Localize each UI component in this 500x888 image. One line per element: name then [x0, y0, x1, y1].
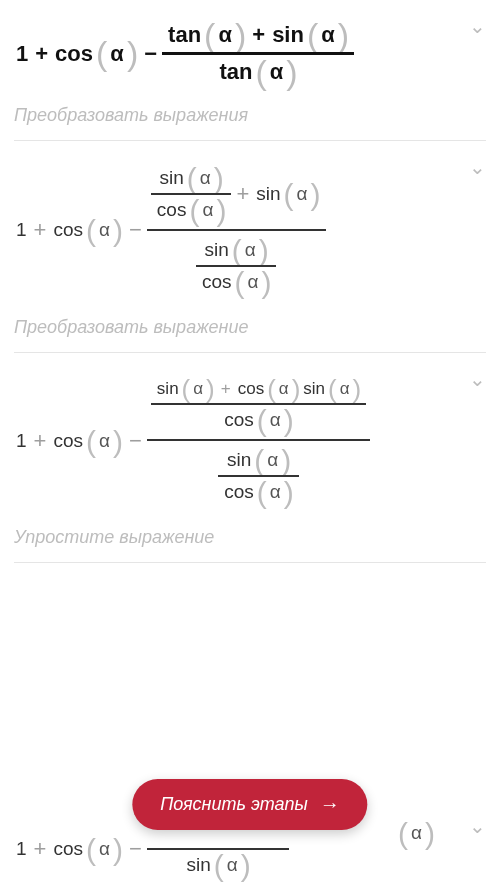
chevron-down-icon[interactable]: ⌄ — [469, 367, 486, 391]
paren-l: ( — [186, 171, 198, 186]
fn-label: cos — [51, 838, 85, 860]
paren-l: ( — [266, 383, 277, 396]
paren-r: ) — [337, 27, 350, 44]
cos-term: cos ( α ) — [236, 379, 302, 399]
cos-term: cos ( α ) — [51, 838, 124, 860]
var-alpha: α — [295, 183, 310, 205]
paren-l: ( — [213, 858, 225, 873]
step-1: ⌄ 1 + cos ( α ) − tan ( α ) + sin ( — [0, 0, 500, 97]
fraction-outer: sin ( α ) cos ( α ) — [147, 159, 326, 301]
paren-r: ) — [285, 64, 298, 81]
fn-label: cos — [51, 219, 85, 241]
paren-r: ) — [352, 383, 363, 396]
cos-term: cos ( α ) — [51, 219, 124, 241]
paren-l: ( — [327, 383, 338, 396]
paren-r: ) — [213, 171, 225, 186]
fraction-inner-top: sin ( α ) cos ( α ) — [151, 163, 232, 225]
fn-label: cos — [222, 409, 256, 431]
paren-l: ( — [256, 413, 268, 428]
var-alpha: α — [277, 379, 291, 399]
num-one: 1 — [14, 430, 29, 452]
paren-l: ( — [85, 842, 97, 857]
var-alpha: α — [97, 838, 112, 860]
paren-r: ) — [283, 413, 295, 428]
paren-r: ) — [112, 842, 124, 857]
paren-r: ) — [234, 27, 247, 44]
fn-label: sin — [225, 449, 253, 471]
step-3: ⌄ 1 + cos ( α ) − sin ( α ) — [0, 353, 500, 519]
paren-l: ( — [95, 45, 108, 62]
cos-term: cos ( α ) — [222, 481, 295, 503]
tan-term: tan ( α ) — [166, 22, 247, 48]
sin-term: sin ( α ) — [203, 239, 270, 261]
var-alpha: α — [319, 22, 337, 48]
expression-3: 1 + cos ( α ) − sin ( α ) + — [14, 371, 486, 511]
sin-term: sin ( α ) — [254, 183, 321, 205]
var-alpha: α — [246, 271, 261, 293]
op-plus: + — [231, 181, 254, 207]
fn-label: sin — [270, 22, 306, 48]
var-alpha: α — [225, 854, 240, 876]
var-alpha: α — [265, 449, 280, 471]
op-plus: + — [29, 217, 52, 243]
hint-1: Преобразовать выражения — [0, 97, 500, 140]
fn-label: cos — [222, 481, 256, 503]
fraction-inner-bot: sin ( α ) cos ( α ) — [196, 235, 277, 297]
tan-term: tan ( α ) — [218, 59, 299, 85]
var-alpha: α — [198, 167, 213, 189]
chevron-down-icon[interactable]: ⌄ — [469, 14, 486, 38]
hint-3: Упростите выражение — [0, 519, 500, 562]
chevron-down-icon[interactable]: ⌄ — [469, 814, 486, 838]
cos-term: cos ( α ) — [53, 41, 139, 67]
var-alpha: α — [338, 379, 352, 399]
paren-l: ( — [256, 485, 268, 500]
paren-r: ) — [215, 203, 227, 218]
fraction-1: tan ( α ) + sin ( α ) tan ( α — [162, 18, 354, 89]
expression-1: 1 + cos ( α ) − tan ( α ) + sin ( α — [14, 18, 486, 89]
chevron-down-icon[interactable]: ⌄ — [469, 155, 486, 179]
op-plus: + — [30, 41, 53, 67]
fn-label: sin — [301, 379, 327, 399]
paren-r: ) — [310, 187, 322, 202]
var-alpha: α — [409, 822, 424, 844]
fraction-outer: sin ( α ) + cos ( α ) si — [147, 371, 370, 511]
fn-label: sin — [203, 239, 231, 261]
var-alpha: α — [200, 199, 215, 221]
paren-l: ( — [231, 243, 243, 258]
fn-label: cos — [236, 379, 266, 399]
var-alpha: α — [108, 41, 126, 67]
fn-label: sin — [254, 183, 282, 205]
step-2: ⌄ 1 + cos ( α ) − sin ( α ) — [0, 141, 500, 309]
paren-l: ( — [188, 203, 200, 218]
divider — [14, 562, 486, 563]
paren-r: ) — [112, 434, 124, 449]
arrow-right-icon: → — [320, 793, 340, 816]
paren-r: ) — [112, 223, 124, 238]
var-alpha: α — [243, 239, 258, 261]
fn-label: sin — [185, 854, 213, 876]
paren-l: ( — [283, 187, 295, 202]
fn-label: tan — [218, 59, 255, 85]
paren-l: ( — [203, 27, 216, 44]
paren-r: ) — [283, 485, 295, 500]
fn-label: sin — [155, 379, 181, 399]
fn-label: cos — [53, 41, 95, 67]
op-plus: + — [247, 22, 270, 48]
op-plus: + — [29, 428, 52, 454]
op-minus: − — [124, 217, 147, 243]
paren-r: ) — [240, 858, 252, 873]
explain-steps-button[interactable]: Пояснить этапы → — [132, 779, 367, 830]
cos-term: cos ( α ) — [51, 430, 124, 452]
paren-r: ) — [126, 45, 139, 62]
paren-r: ) — [260, 275, 272, 290]
paren-l: ( — [85, 223, 97, 238]
sin-term: sin ( α ) — [185, 854, 252, 876]
fn-label: cos — [200, 271, 234, 293]
fn-label: cos — [155, 199, 189, 221]
num-one: 1 — [14, 838, 29, 860]
paren-l: ( — [306, 27, 319, 44]
pill-label: Пояснить этапы — [160, 794, 307, 815]
op-plus: + — [216, 379, 236, 399]
fraction-inner-top: sin ( α ) + cos ( α ) si — [151, 375, 366, 435]
paren-l: ( — [234, 275, 246, 290]
